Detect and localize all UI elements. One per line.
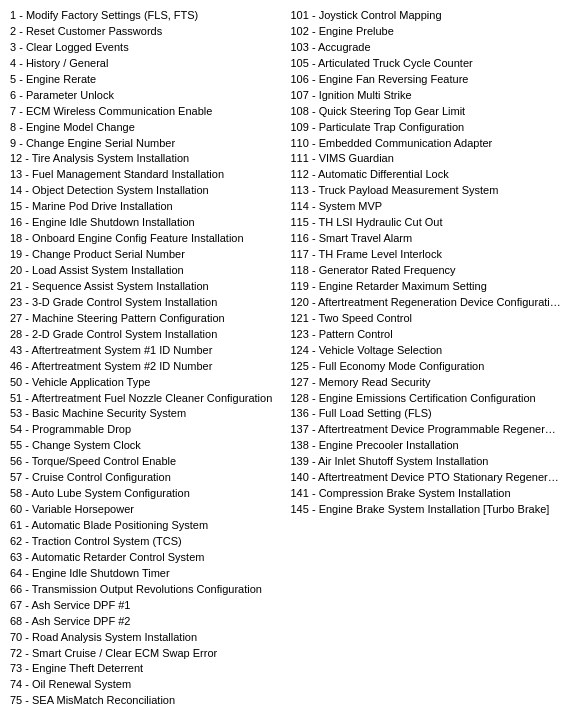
list-item: 123 - Pattern Control (291, 327, 562, 343)
list-item: 2 - Reset Customer Passwords (10, 24, 281, 40)
list-item: 67 - Ash Service DPF #1 (10, 598, 281, 614)
list-item: 43 - Aftertreatment System #1 ID Number (10, 343, 281, 359)
list-item: 3 - Clear Logged Events (10, 40, 281, 56)
list-item: 116 - Smart Travel Alarm (291, 231, 562, 247)
list-item: 121 - Two Speed Control (291, 311, 562, 327)
list-item: 16 - Engine Idle Shutdown Installation (10, 215, 281, 231)
list-item: 117 - TH Frame Level Interlock (291, 247, 562, 263)
list-item: 62 - Traction Control System (TCS) (10, 534, 281, 550)
list-item: 13 - Fuel Management Standard Installati… (10, 167, 281, 183)
list-item: 68 - Ash Service DPF #2 (10, 614, 281, 630)
list-item: 14 - Object Detection System Installatio… (10, 183, 281, 199)
list-item: 61 - Automatic Blade Positioning System (10, 518, 281, 534)
list-item: 56 - Torque/Speed Control Enable (10, 454, 281, 470)
list-item: 111 - VIMS Guardian (291, 151, 562, 167)
list-item: 51 - Aftertreatment Fuel Nozzle Cleaner … (10, 391, 281, 407)
list-item: 109 - Particulate Trap Configuration (291, 120, 562, 136)
list-item: 119 - Engine Retarder Maximum Setting (291, 279, 562, 295)
list-item: 7 - ECM Wireless Communication Enable (10, 104, 281, 120)
list-item: 21 - Sequence Assist System Installation (10, 279, 281, 295)
list-item: 55 - Change System Clock (10, 438, 281, 454)
list-item: 28 - 2-D Grade Control System Installati… (10, 327, 281, 343)
list-item: 27 - Machine Steering Pattern Configurat… (10, 311, 281, 327)
list-item: 57 - Cruise Control Configuration (10, 470, 281, 486)
list-item: 4 - History / General (10, 56, 281, 72)
list-item: 63 - Automatic Retarder Control System (10, 550, 281, 566)
list-item: 54 - Programmable Drop (10, 422, 281, 438)
list-item: 58 - Auto Lube System Configuration (10, 486, 281, 502)
list-item: 113 - Truck Payload Measurement System (291, 183, 562, 199)
list-item: 19 - Change Product Serial Number (10, 247, 281, 263)
list-item: 74 - Oil Renewal System (10, 677, 281, 693)
list-item: 20 - Load Assist System Installation (10, 263, 281, 279)
list-item: 138 - Engine Precooler Installation (291, 438, 562, 454)
list-item: 105 - Articulated Truck Cycle Counter (291, 56, 562, 72)
list-item: 1 - Modify Factory Settings (FLS, FTS) (10, 8, 281, 24)
list-item: 141 - Compression Brake System Installat… (291, 486, 562, 502)
list-item: 110 - Embedded Communication Adapter (291, 136, 562, 152)
list-item: 66 - Transmission Output Revolutions Con… (10, 582, 281, 598)
list-item: 46 - Aftertreatment System #2 ID Number (10, 359, 281, 375)
list-item: 101 - Joystick Control Mapping (291, 8, 562, 24)
list-item: 108 - Quick Steering Top Gear Limit (291, 104, 562, 120)
list-item: 107 - Ignition Multi Strike (291, 88, 562, 104)
left-column: 1 - Modify Factory Settings (FLS, FTS)2 … (10, 8, 281, 706)
list-item: 139 - Air Inlet Shutoff System Installat… (291, 454, 562, 470)
list-item: 128 - Engine Emissions Certification Con… (291, 391, 562, 407)
list-item: 73 - Engine Theft Deterrent (10, 661, 281, 677)
list-item: 127 - Memory Read Security (291, 375, 562, 391)
list-item: 106 - Engine Fan Reversing Feature (291, 72, 562, 88)
list-item: 124 - Vehicle Voltage Selection (291, 343, 562, 359)
list-item: 12 - Tire Analysis System Installation (10, 151, 281, 167)
list-item: 50 - Vehicle Application Type (10, 375, 281, 391)
list-item: 140 - Aftertreatment Device PTO Stationa… (291, 470, 562, 486)
list-item: 53 - Basic Machine Security System (10, 406, 281, 422)
list-item: 64 - Engine Idle Shutdown Timer (10, 566, 281, 582)
list-item: 5 - Engine Rerate (10, 72, 281, 88)
list-item: 112 - Automatic Differential Lock (291, 167, 562, 183)
list-item: 120 - Aftertreatment Regeneration Device… (291, 295, 562, 311)
list-item: 15 - Marine Pod Drive Installation (10, 199, 281, 215)
list-item: 118 - Generator Rated Frequency (291, 263, 562, 279)
list-item: 75 - SEA MisMatch Reconciliation (10, 693, 281, 706)
list-item: 114 - System MVP (291, 199, 562, 215)
list-item: 103 - Accugrade (291, 40, 562, 56)
list-item: 72 - Smart Cruise / Clear ECM Swap Error (10, 646, 281, 662)
list-item: 125 - Full Economy Mode Configuration (291, 359, 562, 375)
list-item: 6 - Parameter Unlock (10, 88, 281, 104)
list-item: 9 - Change Engine Serial Number (10, 136, 281, 152)
list-item: 136 - Full Load Setting (FLS) (291, 406, 562, 422)
list-item: 70 - Road Analysis System Installation (10, 630, 281, 646)
list-item: 18 - Onboard Engine Config Feature Insta… (10, 231, 281, 247)
list-item: 23 - 3-D Grade Control System Installati… (10, 295, 281, 311)
list-item: 102 - Engine Prelube (291, 24, 562, 40)
list-item: 8 - Engine Model Change (10, 120, 281, 136)
right-column: 101 - Joystick Control Mapping102 - Engi… (291, 8, 562, 518)
list-item: 60 - Variable Horsepower (10, 502, 281, 518)
list-item: 115 - TH LSI Hydraulic Cut Out (291, 215, 562, 231)
list-item: 137 - Aftertreatment Device Programmable… (291, 422, 562, 438)
main-container: 1 - Modify Factory Settings (FLS, FTS)2 … (10, 8, 561, 706)
list-item: 145 - Engine Brake System Installation [… (291, 502, 562, 518)
